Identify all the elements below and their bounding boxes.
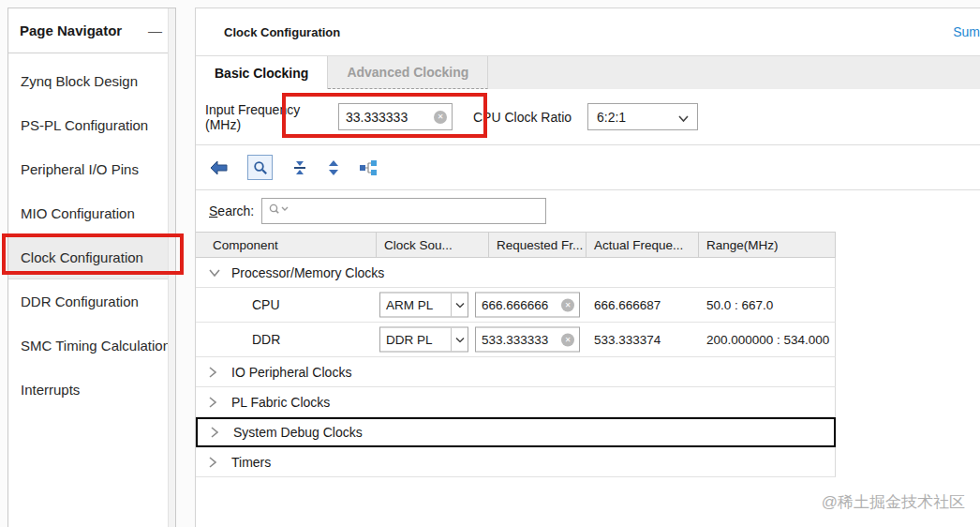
expand-collapse-sort-icon[interactable] bbox=[327, 159, 340, 176]
actual-frequency: 533.333374 bbox=[594, 333, 661, 347]
table-row-cpu[interactable]: CPU ARM PL 666.666666 ✕ 666.666687 50.0 … bbox=[196, 288, 836, 323]
clock-source-value: ARM PL bbox=[380, 298, 451, 312]
table-row-system-debug-clocks[interactable]: System Debug Clocks bbox=[196, 417, 836, 447]
column-header-actual-frequency[interactable]: Actual Freque... bbox=[587, 233, 699, 257]
sidebar-item-interrupts[interactable]: Interrupts bbox=[8, 368, 175, 412]
table-row-pl-fabric-clocks[interactable]: PL Fabric Clocks bbox=[196, 387, 836, 417]
watermark: @稀土掘金技术社区 bbox=[822, 491, 965, 513]
chevron-right-icon[interactable] bbox=[211, 427, 224, 438]
requested-frequency-value: 666.666666 bbox=[482, 298, 561, 312]
input-frequency-label: Input Frequency (MHz) bbox=[205, 102, 338, 132]
search-label: Search: bbox=[209, 203, 254, 218]
sidebar-item-mio-configuration[interactable]: MIO Configuration bbox=[8, 191, 175, 235]
search-filter-icon[interactable] bbox=[268, 203, 290, 219]
chevron-down-icon bbox=[678, 110, 689, 125]
column-header-range[interactable]: Range(MHz) bbox=[699, 233, 836, 257]
tree-toolbar bbox=[196, 145, 980, 190]
clock-configuration-panel: Clock Configuration Sum Basic Clocking A… bbox=[195, 8, 980, 527]
group-label: Processor/Memory Clocks bbox=[231, 265, 384, 280]
sidebar-item-ddr-configuration[interactable]: DDR Configuration bbox=[8, 279, 175, 324]
table-header: Component Clock Sou... Requested Fr... A… bbox=[196, 232, 836, 258]
input-frequency-field[interactable]: 33.333333 ✕ bbox=[338, 103, 453, 130]
table-row-io-peripheral-clocks[interactable]: IO Peripheral Clocks bbox=[196, 357, 836, 387]
cpu-clock-ratio-select[interactable]: 6:2:1 bbox=[587, 103, 698, 130]
sidebar-item-zynq-block-design[interactable]: Zynq Block Design bbox=[8, 59, 175, 103]
cpu-clock-ratio-label: CPU Clock Ratio bbox=[473, 110, 578, 125]
sidebar-item-clock-configuration[interactable]: Clock Configuration bbox=[8, 235, 175, 279]
clear-icon[interactable]: ✕ bbox=[561, 298, 574, 311]
page-navigator-header: Page Navigator — bbox=[8, 8, 175, 53]
cpu-clock-ratio-value: 6:2:1 bbox=[597, 110, 626, 125]
chevron-down-icon bbox=[451, 328, 468, 352]
sidebar-scrollbar[interactable] bbox=[168, 8, 175, 527]
column-header-requested-frequency[interactable]: Requested Fr... bbox=[489, 233, 587, 257]
back-arrow-icon[interactable] bbox=[209, 160, 229, 175]
frequency-range: 200.000000 : 534.000 bbox=[706, 333, 829, 347]
clear-icon[interactable]: ✕ bbox=[561, 333, 574, 346]
component-name: CPU bbox=[252, 297, 280, 312]
ddr-requested-frequency-input[interactable]: 533.333333 ✕ bbox=[475, 327, 580, 353]
tab-advanced-clocking[interactable]: Advanced Clocking bbox=[328, 56, 488, 89]
chevron-down-icon bbox=[451, 294, 468, 317]
page-navigator-list: Zynq Block Design PS-PL Configuration Pe… bbox=[8, 53, 175, 412]
chevron-down-icon[interactable] bbox=[209, 269, 222, 277]
search-icon[interactable] bbox=[247, 155, 273, 180]
table-row-processor-memory-clocks[interactable]: Processor/Memory Clocks bbox=[196, 258, 836, 288]
component-name: DDR bbox=[252, 332, 280, 347]
sidebar-item-peripheral-io-pins[interactable]: Peripheral I/O Pins bbox=[8, 147, 175, 191]
clock-source-value: DDR PL bbox=[380, 333, 451, 347]
minimize-icon[interactable]: — bbox=[148, 23, 162, 38]
input-frequency-value: 33.333333 bbox=[346, 110, 434, 125]
chevron-right-icon[interactable] bbox=[209, 367, 222, 378]
clocking-tabbar: Basic Clocking Advanced Clocking bbox=[196, 56, 980, 89]
page-navigator-title: Page Navigator bbox=[20, 23, 122, 38]
cpu-clock-source-select[interactable]: ARM PL bbox=[379, 293, 468, 318]
frequency-range: 50.0 : 667.0 bbox=[706, 298, 773, 312]
page-navigator-panel: Page Navigator — Zynq Block Design PS-PL… bbox=[7, 8, 176, 527]
search-label-rest: earch: bbox=[217, 203, 254, 218]
table-row-timers[interactable]: Timers bbox=[196, 447, 836, 477]
column-header-clock-source[interactable]: Clock Sou... bbox=[377, 233, 489, 257]
chevron-right-icon[interactable] bbox=[209, 457, 222, 468]
sidebar-item-ps-pl-configuration[interactable]: PS-PL Configuration bbox=[8, 103, 175, 147]
group-label: PL Fabric Clocks bbox=[231, 395, 330, 410]
group-label: Timers bbox=[231, 455, 271, 470]
search-label-accesskey: S bbox=[209, 203, 217, 218]
clock-table: Component Clock Sou... Requested Fr... A… bbox=[196, 232, 836, 477]
table-row-ddr[interactable]: DDR DDR PL 533.333333 ✕ 533.333374 200.0… bbox=[196, 323, 836, 357]
panel-header: Clock Configuration Sum bbox=[196, 8, 980, 56]
chevron-right-icon[interactable] bbox=[209, 397, 222, 408]
column-header-component[interactable]: Component bbox=[196, 233, 377, 257]
group-label: System Debug Clocks bbox=[233, 425, 363, 440]
actual-frequency: 666.666687 bbox=[594, 298, 661, 312]
requested-frequency-value: 533.333333 bbox=[482, 333, 561, 347]
page-title: Clock Configuration bbox=[224, 25, 340, 39]
cpu-requested-frequency-input[interactable]: 666.666666 ✕ bbox=[475, 293, 580, 318]
search-row: Search: bbox=[196, 190, 980, 232]
sidebar-item-smc-timing-calculation[interactable]: SMC Timing Calculation bbox=[8, 324, 175, 368]
tab-basic-clocking[interactable]: Basic Clocking bbox=[196, 56, 328, 89]
ddr-clock-source-select[interactable]: DDR PL bbox=[379, 327, 468, 353]
search-input[interactable] bbox=[261, 198, 546, 224]
summary-report-link[interactable]: Sum bbox=[953, 24, 980, 39]
clock-controls-row: Input Frequency (MHz) 33.333333 ✕ CPU Cl… bbox=[196, 89, 980, 145]
clear-icon[interactable]: ✕ bbox=[434, 111, 447, 124]
collapse-all-icon[interactable] bbox=[291, 159, 308, 176]
group-label: IO Peripheral Clocks bbox=[231, 365, 351, 380]
hierarchy-icon[interactable] bbox=[359, 159, 379, 176]
